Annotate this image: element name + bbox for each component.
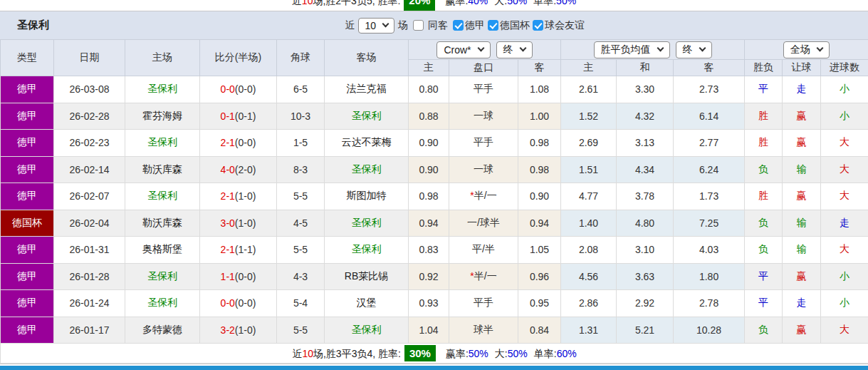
summary-value: 50% bbox=[556, 0, 576, 6]
result-outcome: 负 bbox=[745, 237, 783, 264]
league-filters: 同客德甲德国杯球会友谊 bbox=[412, 19, 585, 32]
stats-summary: 近10场,胜3平3负4, 胜率:30%赢率:50%大:50%单率:60% bbox=[1, 344, 868, 364]
bottom-accent-bar bbox=[0, 366, 868, 370]
match-date: 26-02-14 bbox=[54, 156, 125, 183]
result-handicap: 赢 bbox=[783, 130, 821, 157]
summary-count: 10 bbox=[302, 348, 313, 359]
result-goals: 走 bbox=[821, 210, 868, 237]
avg-draw: 2.92 bbox=[617, 290, 674, 317]
odds-home: 0.80 bbox=[409, 76, 449, 103]
league-badge: 德国杯 bbox=[1, 210, 54, 237]
subcol-handicap: 盘口 bbox=[449, 60, 518, 76]
table-row: 德甲26-01-31奥格斯堡2-1(1-1)5-5圣保利0.83平/半1.052… bbox=[1, 237, 868, 264]
period-select[interactable]: 全场 bbox=[783, 41, 830, 58]
summary-text: 场,胜3平3负4, 胜率: bbox=[313, 348, 401, 359]
league-filter-label: 球会友谊 bbox=[545, 19, 585, 32]
odds-away: 0.98 bbox=[518, 130, 561, 157]
table-row: 德甲26-03-08圣保利0-0(0-0)6-5法兰克福0.80平手1.082.… bbox=[1, 76, 868, 103]
odds-away: 0.94 bbox=[518, 210, 561, 237]
home-team: 圣保利 bbox=[125, 76, 200, 103]
odds-home: 0.90 bbox=[409, 130, 449, 157]
score-cell: 4-0(2-0) bbox=[200, 156, 277, 183]
result-goals: 大 bbox=[821, 317, 868, 344]
chevron-down-icon bbox=[519, 45, 526, 52]
home-team: 奥格斯堡 bbox=[125, 237, 200, 264]
away-team: 云达不莱梅 bbox=[325, 130, 409, 157]
recent-games-select[interactable]: 10 bbox=[358, 18, 394, 34]
result-outcome: 胜 bbox=[745, 103, 783, 130]
odds-away: 0.84 bbox=[518, 317, 561, 344]
league-filter-checkbox[interactable] bbox=[413, 20, 424, 31]
result-goals: 小 bbox=[821, 76, 868, 103]
league-filter-checkbox[interactable] bbox=[533, 20, 543, 31]
col-corner: 角球 bbox=[277, 40, 325, 76]
summary-label: 大: bbox=[495, 348, 508, 359]
odds-home: 0.83 bbox=[409, 237, 449, 264]
summary-count: 10 bbox=[302, 0, 313, 6]
corner-cell: 4-5 bbox=[277, 210, 325, 237]
odds-away: 0.96 bbox=[518, 263, 561, 290]
summary-label: 单率: bbox=[533, 0, 556, 6]
avg-away: 4.03 bbox=[674, 237, 745, 264]
league-filter-checkbox[interactable] bbox=[453, 20, 464, 31]
odds-handicap: 平手 bbox=[449, 290, 518, 317]
result-outcome: 胜 bbox=[745, 130, 783, 157]
odds-handicap: *半/一 bbox=[449, 263, 518, 290]
avg-home: 4.77 bbox=[561, 183, 617, 210]
result-outcome: 平 bbox=[745, 290, 783, 317]
subcol-avg-draw: 和 bbox=[617, 60, 674, 76]
chevron-down-icon bbox=[657, 45, 664, 52]
home-team: 圣保利 bbox=[125, 290, 200, 317]
odds-away: 1.05 bbox=[518, 237, 561, 264]
win-rate-badge: 20% bbox=[404, 0, 435, 11]
odds-handicap: 平手 bbox=[449, 76, 518, 103]
away-team: 法兰克福 bbox=[325, 76, 409, 103]
avg-time-select[interactable]: 终 bbox=[676, 41, 712, 58]
summary-label: 赢率: bbox=[445, 0, 468, 6]
league-filter-label: 同客 bbox=[428, 19, 448, 32]
home-team: 圣保利 bbox=[125, 263, 200, 290]
league-badge: 德甲 bbox=[1, 130, 54, 157]
win-rate-badge: 30% bbox=[404, 345, 436, 361]
avg-home: 4.56 bbox=[561, 263, 617, 290]
odds-home: 1.04 bbox=[409, 317, 449, 344]
odds-handicap: 一/球半 bbox=[449, 210, 518, 237]
avg-draw: 4.32 bbox=[617, 103, 674, 130]
period-header-group: 全场 bbox=[745, 40, 868, 60]
period-value: 全场 bbox=[790, 43, 810, 56]
team-matches-panel: 圣保利 近 10 场 同客德甲德国杯球会友谊 类型 日期 主场 比分(半场) bbox=[0, 11, 868, 364]
home-team: 圣保利 bbox=[125, 130, 200, 157]
avg-type-select[interactable]: 胜平负均值 bbox=[594, 41, 670, 58]
subcol-result: 胜负 bbox=[745, 60, 783, 76]
away-team: 汉堡 bbox=[325, 290, 409, 317]
col-type: 类型 bbox=[1, 40, 54, 76]
recent-games-value: 10 bbox=[365, 20, 376, 31]
avg-home: 2.86 bbox=[561, 290, 617, 317]
avg-away: 1.80 bbox=[674, 263, 745, 290]
summary-value: 50% bbox=[469, 348, 488, 359]
previous-stats-summary: 近10场,胜2平3负5, 胜率:20%赢率:40%大:50%单率:50% bbox=[0, 0, 868, 11]
summary-value: 50% bbox=[507, 0, 527, 6]
score-cell: 0-1(0-1) bbox=[200, 103, 277, 130]
league-badge: 德甲 bbox=[1, 317, 54, 344]
odds-company-select[interactable]: Crow* bbox=[436, 41, 490, 58]
result-handicap: 赢 bbox=[783, 183, 821, 210]
corner-cell: 8-3 bbox=[277, 156, 325, 183]
result-handicap: 输 bbox=[783, 210, 821, 237]
near-label: 近 bbox=[345, 19, 355, 32]
summary-label: 赢率: bbox=[446, 348, 469, 359]
odds-time-select[interactable]: 终 bbox=[496, 41, 533, 58]
matches-table: 类型 日期 主场 比分(半场) 角球 客场 Crow* 终 bbox=[0, 39, 868, 364]
league-filter: 同客 bbox=[413, 19, 448, 32]
score-cell: 0-0(0-0) bbox=[200, 290, 277, 317]
league-badge: 德甲 bbox=[1, 263, 54, 290]
summary-text: 近 bbox=[292, 348, 302, 359]
table-row: 德甲26-02-07圣保利2-1(1-0)5-5斯图加特0.98*半/一0.90… bbox=[1, 183, 868, 210]
avg-away: 2.73 bbox=[674, 76, 745, 103]
league-filter-checkbox[interactable] bbox=[488, 20, 498, 31]
avg-home: 2.61 bbox=[561, 76, 617, 103]
away-team: 圣保利 bbox=[325, 103, 409, 130]
summary-label: 单率: bbox=[534, 348, 557, 359]
odds-time-value: 终 bbox=[503, 43, 513, 56]
corner-cell: 4-3 bbox=[277, 263, 325, 290]
